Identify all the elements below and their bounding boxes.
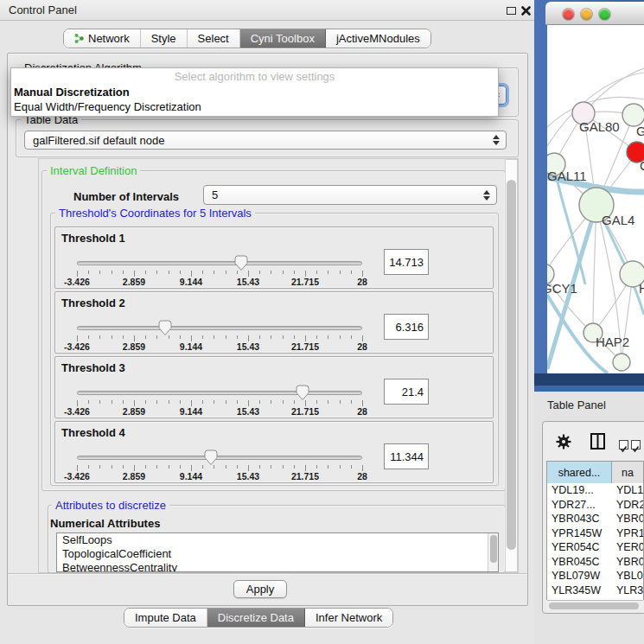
tick-mark <box>237 465 238 469</box>
network-view-canvas[interactable]: GAL80GACGAL11GAL4GCY1HHAP2 <box>547 25 644 373</box>
tick-mark <box>248 465 249 471</box>
tab-label: Cyni Toolbox <box>251 32 315 45</box>
slider-thumb[interactable] <box>296 385 309 401</box>
network-graph[interactable]: GAL80GACGAL11GAL4GCY1HHAP2 <box>547 25 644 373</box>
table-data-combobox[interactable]: galFiltered.sif default node <box>24 131 507 150</box>
tick-mark <box>316 335 317 339</box>
cell-shared-name: YER054C <box>547 540 612 555</box>
slider-track[interactable] <box>77 261 362 265</box>
table-row[interactable]: YER054CYER0 <box>547 540 643 555</box>
attribute-item-topologicalcoefficient[interactable]: TopologicalCoefficient <box>57 547 498 561</box>
checkbox-icon[interactable] <box>631 440 641 450</box>
tick-mark <box>99 271 100 274</box>
tick-mark <box>305 465 306 471</box>
threshold-value-field[interactable]: 14.713 <box>384 249 429 275</box>
threshold-label: Threshold 1 <box>61 232 125 245</box>
column-header-shared-name[interactable]: shared... <box>547 462 612 483</box>
threshold-row-2: Threshold 2-3.4262.8599.14415.4321.71528… <box>54 291 494 354</box>
slider-thumb[interactable] <box>204 450 218 466</box>
close-traffic-light-icon[interactable] <box>563 9 574 20</box>
tick-mark <box>226 271 226 274</box>
slider-track[interactable] <box>77 326 362 330</box>
tick-mark <box>112 271 112 274</box>
table-row[interactable]: YBL079WYBL0 <box>547 569 643 583</box>
tick-mark <box>88 465 89 469</box>
tab-style[interactable]: Style <box>141 29 188 48</box>
table-row[interactable]: YPR145WYPR1 <box>547 526 643 541</box>
tick-mark <box>180 271 181 274</box>
cell-shared-name: YPR145W <box>547 526 612 541</box>
dropdown-option-equal-width-frequency[interactable]: Equal Width/Frequency Discretization <box>11 99 498 114</box>
table-row[interactable]: YBR043CYBR0 <box>547 512 643 526</box>
table-row[interactable]: YLR345WYLR3 <box>547 583 643 598</box>
tab-discretize-data[interactable]: Discretize Data <box>207 609 305 627</box>
cell-shared-name: YLR345W <box>547 583 612 598</box>
tick-mark <box>259 271 260 274</box>
checkbox-icon[interactable] <box>619 440 628 450</box>
zoom-traffic-light-icon[interactable] <box>599 9 610 20</box>
node-label: C <box>640 158 644 173</box>
tick-mark <box>362 400 363 406</box>
close-icon[interactable] <box>520 5 532 16</box>
tick-mark <box>202 400 203 404</box>
cell-shared-name: YDR27... <box>547 498 612 513</box>
interval-definition-group-label: Interval Definition <box>47 164 140 177</box>
tick-mark <box>145 271 146 274</box>
tick-label: 28 <box>357 277 367 287</box>
slider-track[interactable] <box>77 391 362 395</box>
threshold-value-field[interactable]: 6.316 <box>384 314 429 340</box>
numerical-attributes-list[interactable]: SelfLoopsTopologicalCoefficientBetweenne… <box>56 532 499 572</box>
apply-button[interactable]: Apply <box>233 580 287 598</box>
tab-infer-network[interactable]: Infer Network <box>305 609 392 627</box>
tab-cyni-toolbox[interactable]: Cyni Toolbox <box>240 29 326 48</box>
tick-mark <box>316 271 317 274</box>
gear-icon[interactable] <box>556 434 571 450</box>
threshold-value-field[interactable]: 11.344 <box>384 443 429 469</box>
number-of-intervals-label: Number of Intervals <box>73 190 179 203</box>
tab-select[interactable]: Select <box>188 29 240 48</box>
table-row[interactable]: YDL19...YDL1 <box>547 483 643 498</box>
tick-mark <box>340 465 341 469</box>
tick-mark <box>99 465 100 469</box>
dropdown-option-manual-discretization[interactable]: Manual Discretization <box>11 85 498 99</box>
float-window-icon[interactable] <box>507 7 516 15</box>
cell-name: YDL1 <box>612 483 643 498</box>
slider-thumb[interactable] <box>234 255 248 271</box>
tick-mark <box>88 271 89 274</box>
cell-name: YBL0 <box>612 569 643 583</box>
tick-mark <box>123 400 124 404</box>
column-header-name[interactable]: na <box>612 462 643 483</box>
dropdown-placeholder-option[interactable]: Select algorithm to view settings <box>11 68 498 85</box>
panel-vertical-scrollbar[interactable] <box>505 159 518 572</box>
attributes-list-scrollbar[interactable] <box>488 533 498 571</box>
tick-mark <box>340 271 341 274</box>
table-horizontal-scrollbar[interactable] <box>547 600 643 609</box>
tab-impute-data[interactable]: Impute Data <box>124 609 207 627</box>
tick-mark <box>169 465 169 469</box>
network-node[interactable] <box>613 354 630 371</box>
tab-network[interactable]: Network <box>64 29 141 48</box>
tick-mark <box>362 465 363 471</box>
slider-track[interactable] <box>77 456 362 460</box>
tab-jactivemnodules[interactable]: jActiveMNodules <box>326 29 430 48</box>
number-of-intervals-spinner[interactable]: 5 <box>203 185 497 205</box>
slider-thumb[interactable] <box>158 320 172 336</box>
table-row[interactable]: YDR27...YDR2 <box>547 498 643 513</box>
node-label: HAP2 <box>596 335 629 349</box>
table-row[interactable]: YBR045CYBR0 <box>547 555 643 570</box>
tab-label: Network <box>88 32 130 45</box>
numerical-attributes-label: Numerical Attributes <box>50 517 160 530</box>
network-window-titlebar[interactable] <box>545 2 644 25</box>
threshold-value-field[interactable]: 21.4 <box>384 379 429 405</box>
tick-label: -3.426 <box>64 341 90 352</box>
cell-shared-name: YDL19... <box>547 483 612 498</box>
attribute-item-betweennesscentrality[interactable]: BetweennessCentrality <box>57 561 498 572</box>
network-edge <box>593 205 596 333</box>
split-columns-icon[interactable] <box>590 433 605 450</box>
tick-mark <box>156 465 157 469</box>
node-label: GCY1 <box>547 281 577 296</box>
attribute-item-selfloops[interactable]: SelfLoops <box>57 533 498 547</box>
minimize-traffic-light-icon[interactable] <box>581 9 592 20</box>
tick-label: -3.426 <box>64 471 90 481</box>
algorithm-dropdown-popup: Select algorithm to view settings Manual… <box>10 67 499 117</box>
